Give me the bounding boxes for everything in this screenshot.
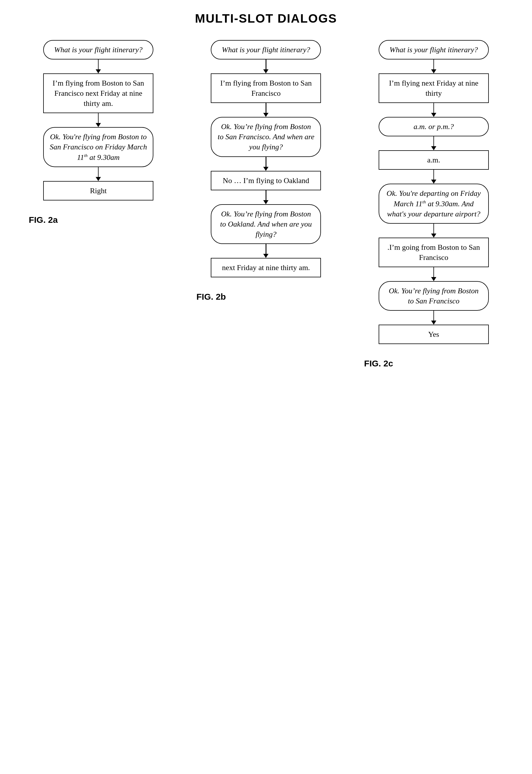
- arrow: [263, 190, 268, 204]
- fig2b-node-s2: Ok. You’re flying from Boston to Oakland…: [211, 204, 321, 244]
- fig2b-node-s1: Ok. You’re flying from Boston to San Fra…: [211, 117, 321, 157]
- arrow: [431, 59, 436, 73]
- page-title: MULTI-SLOT DIALOGS: [17, 12, 515, 26]
- arrow: [431, 136, 436, 150]
- arrow: [263, 244, 268, 258]
- fig2c-node-q1: What is your flight itinerary?: [379, 40, 489, 59]
- fig2b-node-u1: I’m flying from Boston to San Francisco: [211, 73, 321, 103]
- fig2c-node-u3: .I’m going from Boston to San Francisco: [379, 237, 489, 267]
- fig2b-node-q1: What is your flight itinerary?: [211, 40, 321, 59]
- diagram-col-2b: What is your flight itinerary? I’m flyin…: [190, 40, 341, 302]
- arrow: [431, 224, 436, 237]
- fig2a-node-q1: What is your flight itinerary?: [43, 40, 153, 59]
- diagram-col-2a: What is your flight itinerary? I’m flyin…: [23, 40, 174, 225]
- fig2b-node-u3: next Friday at nine thirty am.: [211, 258, 321, 277]
- fig2b-node-u2: No … I’m flying to Oakland: [211, 171, 321, 190]
- arrow: [96, 113, 101, 127]
- fig2b-label: FIG. 2b: [190, 292, 226, 302]
- fig2c-node-s2: Ok. You're departing on Friday March 11t…: [379, 184, 489, 223]
- arrow: [431, 311, 436, 324]
- arrow: [263, 103, 268, 117]
- arrow: [263, 59, 268, 73]
- arrow: [263, 157, 268, 171]
- diagrams-row: What is your flight itinerary? I’m flyin…: [17, 40, 515, 368]
- fig2c-node-u4: Yes: [379, 324, 489, 344]
- fig2a-node-u1: I’m flying from Boston to San Francisco …: [43, 73, 153, 113]
- fig2a-label: FIG. 2a: [23, 215, 58, 225]
- fig2a-node-s1: Ok. You're flying from Boston to San Fra…: [43, 127, 153, 167]
- fig2c-node-u2: a.m.: [379, 150, 489, 170]
- fig2c-label: FIG. 2c: [358, 358, 393, 368]
- arrow: [431, 103, 436, 117]
- arrow: [431, 267, 436, 281]
- fig2c-node-u1: I’m flying next Friday at nine thirty: [379, 73, 489, 103]
- fig2c-node-s3: Ok. You’re flying from Boston to San Fra…: [379, 281, 489, 311]
- fig2c-node-s1: a.m. or p.m.?: [379, 117, 489, 136]
- arrow: [96, 59, 101, 73]
- arrow: [96, 167, 101, 181]
- diagram-col-2c: What is your flight itinerary? I’m flyin…: [358, 40, 509, 368]
- fig2a-node-u2: Right: [43, 181, 153, 200]
- arrow: [431, 170, 436, 184]
